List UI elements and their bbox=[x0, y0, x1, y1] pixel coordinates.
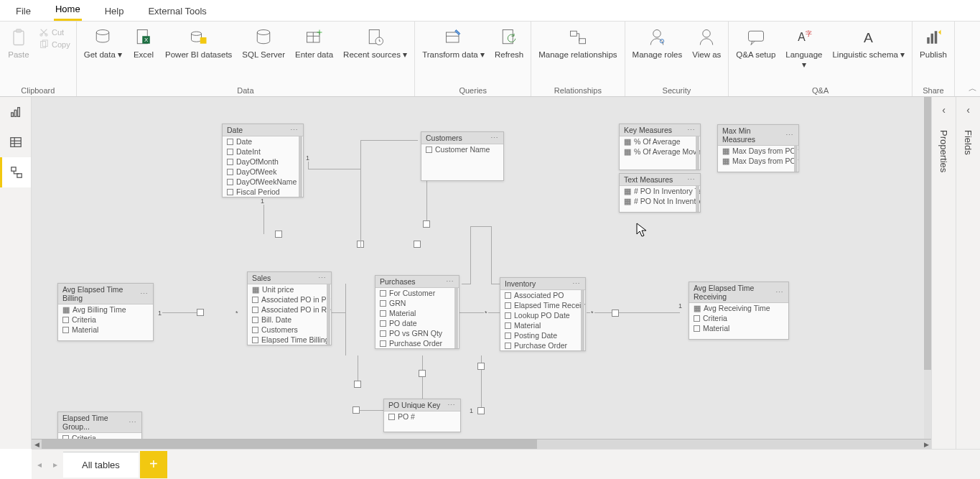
paste-button[interactable]: Paste bbox=[3, 24, 34, 62]
tab-nav-next[interactable]: ▸ bbox=[47, 460, 63, 470]
scroll-left-icon[interactable]: ◀ bbox=[32, 441, 42, 448]
canvas-horizontal-scrollbar[interactable]: ◀ ▶ bbox=[32, 439, 931, 449]
scroll-right-icon[interactable]: ▶ bbox=[921, 441, 931, 448]
publish-button[interactable]: Publish bbox=[915, 24, 951, 62]
svg-text:A: A bbox=[864, 30, 873, 45]
view-as-button[interactable]: View as bbox=[688, 24, 725, 62]
svg-point-6 bbox=[97, 30, 110, 35]
table-menu-icon[interactable]: ⋯ bbox=[140, 289, 149, 298]
layout-tab-all-tables[interactable]: All tables bbox=[63, 452, 139, 478]
linguistic-schema-button[interactable]: A Linguistic schema ▾ bbox=[828, 24, 909, 62]
refresh-icon bbox=[498, 26, 521, 49]
get-data-button[interactable]: Get data ▾ bbox=[80, 24, 126, 62]
excel-icon: X bbox=[132, 26, 155, 49]
ribbon-group-data: Get data ▾ X Excel Power BI datasets SQL… bbox=[77, 22, 416, 96]
canvas-vertical-scrollbar[interactable] bbox=[924, 97, 931, 439]
table-title: Purchases bbox=[380, 277, 416, 286]
ribbon-label-queries: Queries bbox=[418, 86, 528, 96]
svg-rect-36 bbox=[10, 138, 20, 147]
fields-panel-collapsed[interactable]: ‹ Fields bbox=[956, 97, 980, 479]
refresh-button[interactable]: Refresh bbox=[490, 24, 528, 62]
table-purchases[interactable]: Purchases⋯ For Customer GRN Material PO … bbox=[375, 275, 459, 349]
svg-text:字: 字 bbox=[806, 30, 812, 37]
language-button[interactable]: A字 Language▾ bbox=[781, 24, 826, 72]
ribbon-group-relationships: Manage relationships Relationships bbox=[531, 22, 625, 96]
ribbon-group-share: Publish Share bbox=[913, 22, 955, 96]
manage-roles-button[interactable]: Manage roles bbox=[628, 24, 687, 62]
table-menu-icon[interactable]: ⋯ bbox=[318, 274, 327, 282]
table-po-unique-key[interactable]: PO Unique Key⋯ PO # bbox=[383, 399, 461, 432]
paste-icon bbox=[7, 26, 30, 49]
table-menu-icon[interactable]: ⋯ bbox=[447, 401, 456, 409]
table-key-measures[interactable]: Key Measures⋯ ▦% Of Average ▦% Of Averag… bbox=[619, 124, 701, 170]
sql-server-button[interactable]: SQL Server bbox=[238, 24, 289, 62]
expand-properties-icon[interactable]: ‹ bbox=[942, 104, 946, 116]
svg-rect-30 bbox=[927, 37, 930, 44]
table-menu-icon[interactable]: ⋯ bbox=[572, 279, 581, 288]
data-view-button[interactable] bbox=[0, 127, 31, 157]
svg-point-12 bbox=[257, 30, 270, 35]
excel-button[interactable]: X Excel bbox=[128, 24, 159, 62]
table-menu-icon[interactable]: ⋯ bbox=[687, 126, 696, 134]
get-data-icon bbox=[91, 26, 114, 49]
table-title: Text Measures bbox=[624, 175, 673, 184]
ribbon-label-clipboard: Clipboard bbox=[3, 86, 73, 96]
table-title: Max Min Measures bbox=[722, 126, 785, 144]
table-title: Sales bbox=[252, 274, 271, 282]
table-avg-elapsed-billing[interactable]: Avg Elapsed Time Billing⋯ ▦Avg Billing T… bbox=[57, 283, 154, 341]
table-title: Key Measures bbox=[624, 126, 672, 134]
tab-help[interactable]: Help bbox=[103, 1, 126, 21]
add-layout-tab-button[interactable]: + bbox=[140, 451, 167, 478]
ribbon-label-share: Share bbox=[915, 86, 951, 96]
svg-rect-1 bbox=[17, 29, 22, 32]
tab-home[interactable]: Home bbox=[54, 0, 82, 21]
table-menu-icon[interactable]: ⋯ bbox=[785, 131, 794, 139]
model-view-button[interactable] bbox=[0, 157, 31, 187]
pbi-datasets-button[interactable]: Power BI datasets bbox=[161, 24, 236, 62]
properties-panel-collapsed[interactable]: ‹ Properties bbox=[931, 97, 956, 479]
ribbon-label-qa: Q&A bbox=[732, 86, 909, 96]
tab-nav-prev[interactable]: ◂ bbox=[32, 460, 47, 470]
recent-sources-icon bbox=[364, 26, 387, 49]
table-text-measures[interactable]: Text Measures⋯ ▦# PO In Inventory Text ▦… bbox=[619, 173, 701, 213]
cut-button[interactable]: Cut bbox=[39, 27, 70, 37]
sql-server-icon bbox=[252, 26, 275, 49]
pbi-datasets-icon bbox=[187, 26, 210, 49]
table-menu-icon[interactable]: ⋯ bbox=[290, 126, 299, 134]
svg-point-10 bbox=[191, 32, 201, 35]
manage-relationships-button[interactable]: Manage relationships bbox=[534, 24, 621, 62]
model-canvas[interactable]: 1 1 1 * * * 1 bbox=[32, 97, 931, 449]
svg-rect-34 bbox=[14, 110, 17, 116]
table-menu-icon[interactable]: ⋯ bbox=[490, 134, 499, 142]
qa-setup-button[interactable]: Q&A setup bbox=[732, 24, 780, 62]
expand-fields-icon[interactable]: ‹ bbox=[966, 104, 970, 116]
svg-text:X: X bbox=[144, 37, 149, 43]
menu-tabs: File Home Help External Tools bbox=[0, 0, 980, 22]
table-menu-icon[interactable]: ⋯ bbox=[129, 418, 137, 427]
table-avg-elapsed-receiving[interactable]: Avg Elapsed Time Receiving⋯ ▦Avg Receivi… bbox=[689, 282, 789, 340]
report-view-button[interactable] bbox=[0, 97, 31, 127]
table-date[interactable]: Date⋯ Date DateInt DayOfMonth DayOfWeek … bbox=[222, 124, 304, 197]
tab-file[interactable]: File bbox=[14, 1, 32, 21]
transform-data-icon bbox=[442, 26, 465, 49]
svg-rect-22 bbox=[579, 39, 586, 44]
manage-roles-icon bbox=[645, 26, 668, 49]
svg-rect-32 bbox=[935, 31, 938, 44]
copy-button[interactable]: Copy bbox=[39, 39, 70, 50]
fields-label: Fields bbox=[963, 130, 974, 155]
table-menu-icon[interactable]: ⋯ bbox=[446, 277, 454, 286]
enter-data-button[interactable]: Enter data bbox=[291, 24, 337, 62]
table-customers[interactable]: Customers⋯ Customer Name bbox=[421, 131, 504, 181]
svg-rect-35 bbox=[17, 108, 19, 117]
table-inventory[interactable]: Inventory⋯ Associated PO Elapsed Time Re… bbox=[500, 277, 586, 351]
transform-data-button[interactable]: Transform data ▾ bbox=[418, 24, 489, 62]
recent-sources-button[interactable]: Recent sources ▾ bbox=[339, 24, 411, 62]
svg-rect-20 bbox=[503, 30, 513, 44]
table-menu-icon[interactable]: ⋯ bbox=[687, 175, 696, 184]
ribbon-collapse-button[interactable]: ︿ bbox=[969, 83, 977, 95]
table-sales[interactable]: Sales⋯ ▦Unit price Associated PO in Purc… bbox=[247, 271, 332, 345]
table-menu-icon[interactable]: ⋯ bbox=[775, 288, 784, 297]
tab-external-tools[interactable]: External Tools bbox=[146, 1, 207, 21]
table-max-min-measures[interactable]: Max Min Measures⋯ ▦Max Days from PO to .… bbox=[717, 124, 799, 172]
svg-point-23 bbox=[653, 30, 661, 38]
